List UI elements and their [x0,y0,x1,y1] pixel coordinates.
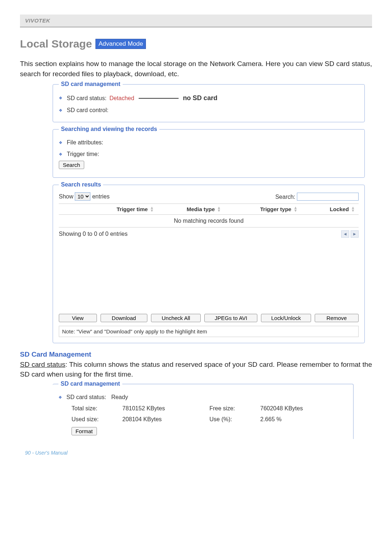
header-rule [20,26,372,28]
no-matching-records: No matching records found [59,215,359,227]
format-button[interactable]: Format [72,427,97,435]
expand-icon[interactable]: ❖ [59,96,64,100]
remove-button[interactable]: Remove [315,314,359,322]
results-legend: Search results [59,181,103,188]
sort-icon: ▲▼ [217,206,221,212]
col-locked[interactable]: Locked ▲▼ [301,206,359,212]
pager-next-button[interactable]: ► [351,230,359,238]
pager-prev-button[interactable]: ◄ [341,230,349,238]
entries-label: entries [92,193,110,200]
sd-control-label: SD card control: [67,107,109,114]
view-button[interactable]: View [59,314,97,322]
file-attributes-label: File attributes: [67,139,103,146]
expand-icon[interactable]: ❖ [59,108,64,113]
show-label: Show [59,193,73,200]
intro-text: This section explains how to manage the … [20,59,372,79]
uncheck-all-button[interactable]: Uncheck All [151,314,201,322]
col-trigger-type[interactable]: Trigger type ▲▼ [225,206,301,212]
note-text: Note: "View" and "Download" only apply t… [59,326,359,337]
sd-status-value: Detached [109,95,134,102]
jpegs-to-avi-button[interactable]: JPEGs to AVI [204,314,257,322]
show-entries: Show 10 entries [59,192,110,201]
sd-card-management-group: SD card management ❖ SD card status: Det… [53,81,365,122]
sort-icon: ▲▼ [294,206,298,212]
sd-mgmt-legend: SD card management [59,81,123,87]
header-brand: VIVOTEK [20,15,372,26]
showing-entries: Showing 0 to 0 of 0 entries [59,231,127,237]
sd-card-management-heading: SD Card Management [20,350,372,358]
sd-card-status-text: SD card status: This column shows the st… [20,360,372,379]
collapse-icon[interactable]: ❖ [58,395,64,400]
used-size-label: Used size: [72,416,122,423]
col-trigger-time[interactable]: Trigger time ▲▼ [59,206,158,212]
annotation-line [139,98,179,99]
expand-icon[interactable]: ❖ [59,152,64,157]
search-results-group: Search results Show 10 entries Search: [53,181,365,343]
sort-icon: ▲▼ [150,206,154,212]
annotation-no-sd: no SD card [183,94,217,102]
sort-icon: ▲▼ [351,206,355,212]
page-footer: 90 - User's Manual [20,450,372,456]
search-button[interactable]: Search [59,161,84,169]
free-size-value: 7602048 KBytes [260,405,347,412]
searching-records-group: Searching and viewing the records ❖ File… [53,126,365,178]
sd-status-label: SD card status: [66,394,106,401]
sd-status-term: SD card status [20,361,65,368]
download-button[interactable]: Download [101,314,147,322]
trigger-time-label: Trigger time: [67,151,99,157]
lock-unlock-button[interactable]: Lock/Unlock [261,314,311,322]
used-size-value: 208104 KBytes [122,416,209,423]
use-percent-value: 2.665 % [260,416,347,423]
col-media-type[interactable]: Media type ▲▼ [158,206,225,212]
use-percent-label: Use (%): [209,416,260,423]
sd-status-label: SD card status: [67,95,106,102]
results-search-label: Search: [275,193,295,200]
free-size-label: Free size: [209,405,260,412]
total-size-label: Total size: [72,405,122,412]
results-search-input[interactable] [297,193,359,201]
sd-card-management-ready-group: SD card management ❖ SD card status: Rea… [53,381,354,439]
search-view-legend: Searching and viewing the records [59,126,159,132]
sd-status-ready: Ready [111,394,128,401]
entries-select[interactable]: 10 [75,192,90,201]
advanced-mode-badge: Advanced Mode [95,39,146,49]
expand-icon[interactable]: ❖ [59,140,64,145]
results-table: Trigger time ▲▼ Media type ▲▼ Trigger ty… [59,204,359,227]
sd-ready-legend: SD card management [58,381,122,387]
page-title: Local Storage [20,38,92,50]
total-size-value: 7810152 KBytes [122,405,209,412]
